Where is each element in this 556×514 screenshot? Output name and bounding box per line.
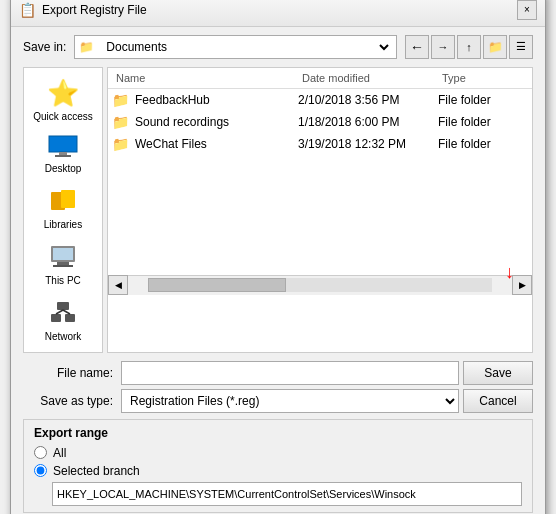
toolbar-buttons: ← → ↑ 📁 ☰ (405, 35, 533, 59)
scrollbar-thumb[interactable] (148, 278, 286, 292)
dialog-body: Save in: 📁 Documents ← → ↑ 📁 (11, 27, 545, 515)
selected-branch-radio[interactable] (34, 464, 47, 477)
forward-button[interactable]: → (431, 35, 455, 59)
desktop-icon (47, 134, 79, 161)
save-in-row: Save in: 📁 Documents ← → ↑ 📁 (23, 35, 533, 59)
back-button[interactable]: ← (405, 35, 429, 59)
back-icon: ← (410, 39, 424, 55)
selected-branch-label[interactable]: Selected branch (53, 464, 140, 478)
network-icon (47, 298, 79, 329)
views-button[interactable]: ☰ (509, 35, 533, 59)
title-bar-icon: 📋 (19, 2, 36, 18)
file-date-feedbackhub: 2/10/2018 3:56 PM (298, 93, 438, 107)
file-name-row: File name: Save (23, 361, 533, 385)
sidebar-item-network[interactable]: Network (28, 294, 98, 346)
forward-icon: → (438, 41, 449, 53)
scroll-arrow-indicator: ↓ (505, 262, 514, 283)
column-type[interactable]: Type (438, 70, 528, 86)
file-name-sound-recordings: Sound recordings (135, 115, 298, 129)
export-range-section: Export range All Selected branch (23, 419, 533, 513)
quick-access-icon: ⭐ (47, 78, 79, 109)
scroll-right-icon: ▶ (519, 280, 526, 290)
svg-rect-11 (65, 314, 75, 322)
svg-rect-4 (61, 190, 75, 208)
new-folder-button[interactable]: 📁 (483, 35, 507, 59)
new-folder-icon: 📁 (488, 40, 503, 54)
sidebar-label-network: Network (45, 331, 82, 342)
svg-rect-7 (57, 262, 69, 265)
sidebar-item-desktop[interactable]: Desktop (28, 130, 98, 178)
all-label[interactable]: All (53, 446, 66, 460)
all-radio-row: All (34, 446, 522, 460)
sidebar-item-this-pc[interactable]: This PC (28, 238, 98, 290)
save-type-input-area: Registration Files (*.reg) Cancel (121, 389, 533, 413)
save-in-combo[interactable]: 📁 Documents (74, 35, 397, 59)
save-as-type-label: Save as type: (23, 394, 113, 408)
folder-icon-sound-recordings: 📁 (112, 114, 129, 130)
file-name-feedbackhub: FeedbackHub (135, 93, 298, 107)
dialog-window: 📋 Export Registry File × Save in: 📁 Docu… (10, 0, 546, 514)
sidebar-item-libraries[interactable]: Libraries (28, 182, 98, 234)
table-row[interactable]: 📁 Sound recordings 1/18/2018 6:00 PM Fil… (108, 111, 532, 133)
cancel-button[interactable]: Cancel (463, 389, 533, 413)
save-button[interactable]: Save (463, 361, 533, 385)
sidebar-label-desktop: Desktop (45, 163, 82, 174)
svg-line-13 (63, 310, 70, 314)
bottom-form: File name: Save Save as type: Registrati… (23, 361, 533, 413)
sidebar-item-quick-access[interactable]: ⭐ Quick access (28, 74, 98, 126)
sidebar-label-this-pc: This PC (45, 275, 81, 286)
scrollbar-track (148, 278, 492, 292)
file-type-wechat: File folder (438, 137, 528, 151)
folder-icon-feedbackhub: 📁 (112, 92, 129, 108)
title-bar-text: Export Registry File (42, 3, 511, 17)
sidebar-label-quick-access: Quick access (33, 111, 92, 122)
all-radio[interactable] (34, 446, 47, 459)
selected-branch-radio-row: Selected branch (34, 464, 522, 478)
file-name-wechat: WeChat Files (135, 137, 298, 151)
svg-rect-0 (49, 136, 77, 152)
sidebar-label-libraries: Libraries (44, 219, 82, 230)
folder-icon-wechat: 📁 (112, 136, 129, 152)
save-type-row: Save as type: Registration Files (*.reg)… (23, 389, 533, 413)
table-row[interactable]: 📁 FeedbackHub 2/10/2018 3:56 PM File fol… (108, 89, 532, 111)
up-folder-button[interactable]: ↑ (457, 35, 481, 59)
svg-rect-1 (59, 152, 67, 155)
file-list-area: Name Date modified Type 📁 FeedbackHub 2/… (107, 67, 533, 353)
svg-rect-6 (53, 248, 73, 260)
file-name-label: File name: (23, 366, 113, 380)
libraries-icon (47, 186, 79, 217)
column-date-modified[interactable]: Date modified (298, 70, 438, 86)
close-button[interactable]: × (517, 0, 537, 20)
file-date-sound-recordings: 1/18/2018 6:00 PM (298, 115, 438, 129)
file-type-feedbackhub: File folder (438, 93, 528, 107)
save-in-select[interactable]: Documents (102, 39, 392, 55)
horizontal-scrollbar[interactable]: ◀ ▶ ↓ (108, 275, 532, 295)
svg-rect-2 (55, 155, 71, 157)
file-name-input-area: Save (121, 361, 533, 385)
main-area: ⭐ Quick access Desktop (23, 67, 533, 353)
file-name-input[interactable] (121, 361, 459, 385)
export-range-title: Export range (34, 426, 522, 440)
file-list-header: Name Date modified Type (108, 68, 532, 89)
svg-line-12 (56, 310, 63, 314)
file-date-wechat: 3/19/2018 12:32 PM (298, 137, 438, 151)
empty-space (108, 155, 532, 275)
save-in-folder-icon: 📁 (79, 40, 94, 54)
branch-field (52, 482, 522, 506)
svg-rect-8 (53, 265, 73, 267)
file-type-sound-recordings: File folder (438, 115, 528, 129)
save-in-label: Save in: (23, 40, 66, 54)
svg-rect-10 (51, 314, 61, 322)
branch-input[interactable] (52, 482, 522, 506)
save-as-type-select[interactable]: Registration Files (*.reg) (121, 389, 459, 413)
scroll-left-button[interactable]: ◀ (108, 275, 128, 295)
left-nav: ⭐ Quick access Desktop (23, 67, 103, 353)
views-icon: ☰ (516, 40, 526, 53)
title-bar: 📋 Export Registry File × (11, 0, 545, 27)
svg-rect-9 (57, 302, 69, 310)
table-row[interactable]: 📁 WeChat Files 3/19/2018 12:32 PM File f… (108, 133, 532, 155)
scroll-right-button[interactable]: ▶ (512, 275, 532, 295)
this-pc-icon (47, 242, 79, 273)
column-name[interactable]: Name (112, 70, 298, 86)
up-icon: ↑ (466, 41, 472, 53)
